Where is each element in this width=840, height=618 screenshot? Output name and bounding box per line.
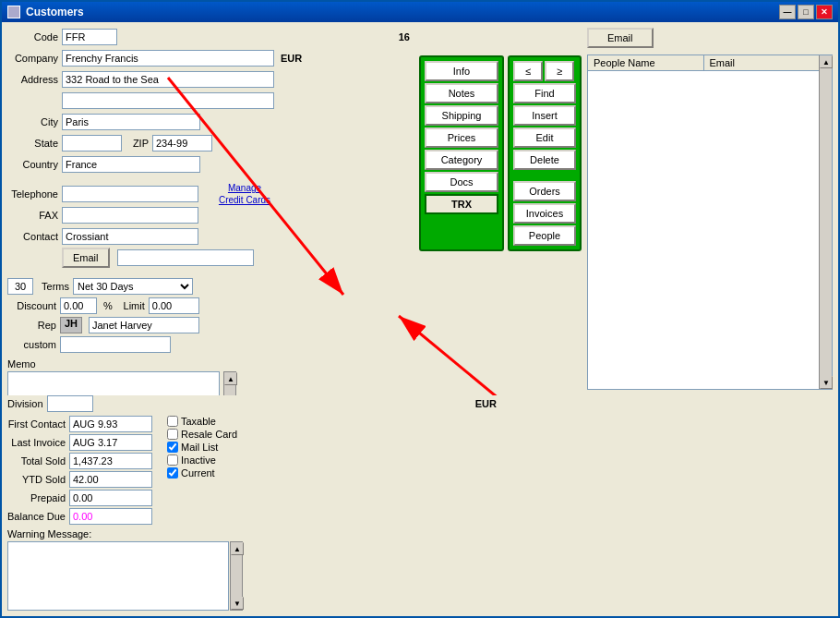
fax-input[interactable]: [62, 207, 198, 224]
contact-label: Contact: [7, 231, 58, 242]
rep-name-input[interactable]: [89, 317, 199, 333]
warning-scroll-down[interactable]: ▼: [231, 597, 244, 610]
discount-label: Discount: [7, 300, 56, 311]
address-input2[interactable]: [62, 92, 274, 109]
edit-button[interactable]: Edit: [513, 127, 576, 148]
mail-list-row: Mail List: [167, 442, 237, 453]
email-tab-button[interactable]: Email: [587, 28, 654, 48]
state-label: State: [7, 138, 58, 149]
middle-panel: Info Notes Shipping Prices Category Docs…: [419, 55, 582, 251]
col-people-name: People Name: [588, 55, 704, 70]
mail-list-label: Mail List: [181, 442, 218, 453]
current-checkbox[interactable]: [167, 467, 178, 479]
balance-due-value[interactable]: [69, 508, 152, 525]
tab-category[interactable]: Category: [425, 150, 498, 170]
address-row1: Address: [7, 70, 414, 89]
tab-docs[interactable]: Docs: [425, 172, 498, 192]
discount-input[interactable]: [60, 297, 97, 314]
tab-prices[interactable]: Prices: [425, 127, 498, 148]
company-label: Company: [7, 53, 58, 64]
rep-code-badge: JH: [60, 317, 82, 333]
taxable-checkbox[interactable]: [167, 416, 178, 427]
last-invoice-value[interactable]: [69, 434, 152, 451]
prepaid-value[interactable]: [69, 490, 152, 506]
prepaid-label: Prepaid: [7, 492, 66, 503]
orders-button[interactable]: Orders: [513, 181, 576, 201]
minimize-button[interactable]: —: [779, 5, 796, 19]
people-scroll-down[interactable]: ▼: [820, 376, 833, 389]
code-input[interactable]: [62, 29, 117, 45]
tab-trx[interactable]: TRX: [425, 194, 498, 214]
close-button[interactable]: ✕: [816, 5, 833, 19]
inactive-checkbox[interactable]: [167, 454, 178, 466]
people-button[interactable]: People: [513, 225, 576, 246]
inactive-row: Inactive: [167, 454, 237, 466]
country-label: Country: [7, 159, 58, 170]
email-button[interactable]: Email: [62, 248, 110, 268]
email-input[interactable]: [117, 249, 254, 266]
tab-shipping[interactable]: Shipping: [425, 105, 498, 126]
address-label: Address: [7, 74, 58, 85]
warning-textarea[interactable]: [7, 541, 229, 611]
maximize-button[interactable]: □: [798, 5, 814, 19]
ytd-sold-label: YTD Sold: [7, 474, 66, 485]
tab-notes[interactable]: Notes: [425, 83, 498, 103]
memo-textarea[interactable]: [7, 371, 220, 395]
mail-list-checkbox[interactable]: [167, 442, 178, 453]
insert-button[interactable]: Insert: [513, 105, 576, 126]
telephone-row: Telephone Manage Credit Cards: [7, 185, 414, 203]
address-input1[interactable]: [62, 71, 274, 88]
info-grid: First Contact Last Invoice Total Sold YT…: [7, 416, 152, 525]
fax-row: FAX: [7, 206, 414, 224]
limit-input[interactable]: [149, 297, 199, 314]
resale-card-checkbox[interactable]: [167, 429, 178, 440]
first-contact-label: First Contact: [7, 418, 66, 430]
total-sold-label: Total Sold: [7, 455, 66, 467]
total-sold-value[interactable]: [69, 453, 152, 469]
current-label: Current: [181, 467, 215, 479]
percent-sign: %: [103, 300, 113, 311]
terms-number-input[interactable]: [7, 278, 33, 295]
currency-badge: EUR: [278, 52, 305, 65]
col-email: Email: [704, 55, 820, 70]
prev-button[interactable]: ≤: [513, 61, 543, 81]
contact-row: Contact: [7, 227, 414, 246]
email-row: Email: [7, 248, 414, 267]
code-row: Code 16: [7, 28, 414, 46]
terms-select[interactable]: Net 30 Days: [73, 278, 193, 295]
nav-panel: ≤ ≥ Find Insert Edit Delete Orders Invoi…: [508, 55, 582, 251]
people-table: People Name Email ▲ ▼: [587, 55, 833, 390]
inactive-label: Inactive: [181, 454, 216, 466]
warning-scroll-up[interactable]: ▲: [231, 542, 244, 555]
tab-info[interactable]: Info: [425, 61, 498, 81]
city-input[interactable]: [62, 114, 200, 130]
country-input[interactable]: [62, 156, 200, 173]
people-scroll-up[interactable]: ▲: [820, 55, 833, 68]
delete-button[interactable]: Delete: [513, 150, 576, 170]
state-input[interactable]: [62, 135, 122, 151]
division-row: Division EUR: [7, 395, 497, 412]
last-invoice-label: Last Invoice: [7, 437, 66, 448]
taxable-label: Taxable: [181, 416, 216, 427]
left-panel: Code 16 Company EUR Address Cit: [7, 28, 414, 390]
ytd-sold-value[interactable]: [69, 471, 152, 488]
telephone-input[interactable]: [62, 186, 198, 202]
resale-card-row: Resale Card: [167, 429, 237, 440]
invoices-button[interactable]: Invoices: [513, 203, 576, 224]
custom-input[interactable]: [60, 336, 171, 353]
find-button[interactable]: Find: [513, 83, 576, 103]
city-label: City: [7, 116, 58, 127]
city-row: City: [7, 113, 414, 131]
scroll-up-arrow[interactable]: ▲: [224, 372, 237, 385]
first-contact-value[interactable]: [69, 416, 152, 432]
manage-credit-cards-link[interactable]: Manage Credit Cards: [208, 182, 282, 206]
zip-input[interactable]: [152, 135, 212, 151]
company-input[interactable]: [62, 50, 274, 67]
contact-input[interactable]: [62, 228, 198, 245]
next-button[interactable]: ≥: [545, 61, 574, 81]
warning-scrollbar: ▲ ▼: [230, 541, 243, 611]
division-input[interactable]: [47, 395, 93, 412]
people-table-header: People Name Email: [588, 55, 819, 71]
warning-section: Warning Message: ▲ ▼: [7, 528, 497, 611]
checkboxes: Taxable Resale Card Mail List Inactive: [167, 416, 237, 479]
